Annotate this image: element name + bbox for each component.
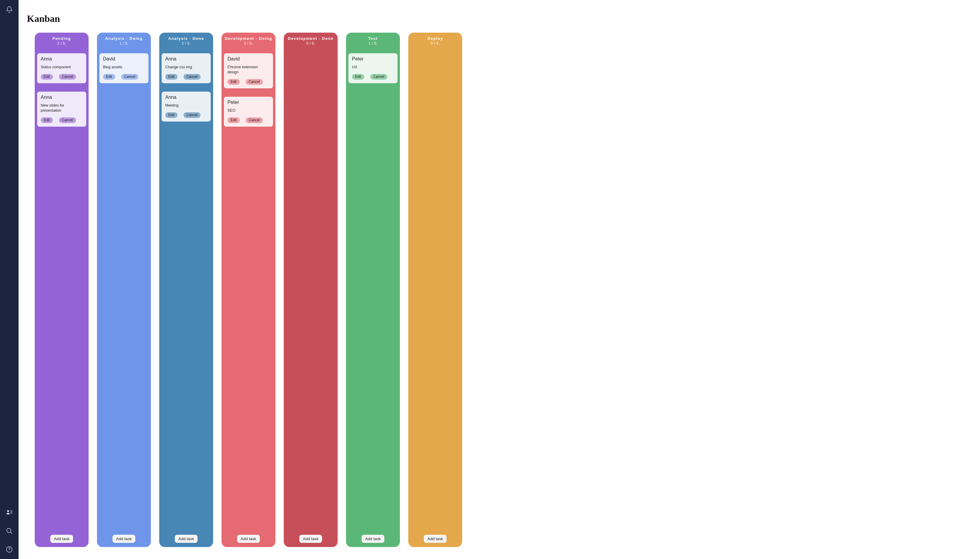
column-title: Analysis - Doing	[99, 36, 148, 41]
edit-button[interactable]: Edit	[165, 112, 178, 118]
card-actions: EditCancel	[352, 74, 394, 79]
column-header: Development - Doing2 / 5;	[224, 36, 273, 46]
column-header: Analysis - Doing1 / 5;	[99, 36, 148, 46]
task-card[interactable]: AnnaChange css imgEditCancel	[162, 53, 211, 83]
cancel-button[interactable]: Cancel	[246, 117, 263, 123]
add-task-button[interactable]: Add task	[175, 535, 198, 543]
edit-button[interactable]: Edit	[228, 79, 240, 85]
cancel-button[interactable]: Cancel	[59, 117, 76, 123]
column-analysis-done: Analysis - Done2 / 5;AnnaChange css imgE…	[159, 33, 213, 547]
column-title: Pending	[37, 36, 86, 41]
column-title: Test	[348, 36, 398, 41]
sidebar	[0, 0, 18, 559]
column-count: 2 / 5;	[37, 41, 86, 46]
bell-icon[interactable]	[6, 6, 13, 13]
cancel-button[interactable]: Cancel	[183, 74, 201, 79]
column-count: 2 / 5;	[224, 41, 273, 46]
cards-container: PeterUXEditCancel	[348, 53, 398, 531]
task-card[interactable]: AnnaNew slides for presentationEditCance…	[37, 92, 86, 127]
column-count: 0 / 5;	[286, 41, 335, 46]
task-card[interactable]: PeterSEOEditCancel	[224, 97, 273, 127]
add-task-row: Add task	[348, 535, 398, 543]
column-count: 0 / 5;	[411, 41, 460, 46]
column-dev-doing: Development - Doing2 / 5;DavidChrome ext…	[221, 33, 276, 547]
card-user: David	[228, 56, 269, 62]
add-task-row: Add task	[37, 535, 86, 543]
column-header: Analysis - Done2 / 5;	[162, 36, 211, 46]
column-count: 1 / 5;	[348, 41, 398, 46]
add-task-button[interactable]: Add task	[299, 535, 322, 543]
cards-container: DavidBlog assetsEditCancel	[99, 53, 148, 531]
add-task-button[interactable]: Add task	[424, 535, 447, 543]
column-count: 1 / 5;	[99, 41, 148, 46]
kanban-board: Pending2 / 5;AnnaStatus componentEditCan…	[27, 33, 974, 550]
task-card[interactable]: DavidChrome extension designEditCancel	[224, 53, 273, 88]
person-list-icon[interactable]	[6, 509, 13, 516]
task-card[interactable]: PeterUXEditCancel	[348, 53, 398, 83]
edit-button[interactable]: Edit	[103, 74, 115, 79]
column-deploy: Deploy0 / 5;Add task	[408, 33, 462, 547]
card-description: UX	[352, 64, 394, 70]
cards-container: AnnaChange css imgEditCancelAnnaMeetingE…	[162, 53, 211, 531]
svg-point-0	[7, 510, 9, 512]
card-actions: EditCancel	[228, 117, 269, 123]
add-task-button[interactable]: Add task	[361, 535, 384, 543]
add-task-row: Add task	[224, 535, 273, 543]
column-header: Test1 / 5;	[348, 36, 398, 46]
card-actions: EditCancel	[165, 112, 207, 118]
column-header: Development - Done0 / 5;	[286, 36, 335, 46]
column-header: Pending2 / 5;	[37, 36, 86, 46]
card-user: Anna	[165, 56, 207, 62]
cancel-button[interactable]: Cancel	[121, 74, 138, 79]
card-description: SEO	[228, 108, 269, 113]
column-title: Deploy	[411, 36, 460, 41]
card-actions: EditCancel	[41, 117, 82, 123]
sidebar-bottom	[6, 509, 13, 553]
help-icon[interactable]	[6, 546, 13, 553]
edit-button[interactable]: Edit	[41, 117, 53, 123]
main: Kanban Pending2 / 5;AnnaStatus component…	[18, 0, 980, 559]
card-user: Anna	[41, 56, 82, 62]
cancel-button[interactable]: Cancel	[246, 79, 263, 85]
svg-point-4	[7, 528, 11, 533]
edit-button[interactable]: Edit	[352, 74, 364, 79]
task-card[interactable]: AnnaStatus componentEditCancel	[37, 53, 86, 83]
cancel-button[interactable]: Cancel	[183, 112, 201, 118]
edit-button[interactable]: Edit	[228, 117, 240, 123]
cards-container: AnnaStatus componentEditCancelAnnaNew sl…	[37, 53, 86, 531]
card-actions: EditCancel	[165, 74, 207, 79]
card-user: Peter	[228, 100, 269, 105]
add-task-row: Add task	[286, 535, 335, 543]
cancel-button[interactable]: Cancel	[59, 74, 76, 79]
column-header: Deploy0 / 5;	[411, 36, 460, 46]
page-title: Kanban	[27, 13, 974, 24]
edit-button[interactable]: Edit	[41, 74, 53, 79]
task-card[interactable]: AnnaMeetingEditCancel	[162, 92, 211, 122]
column-title: Development - Done	[286, 36, 335, 41]
search-icon[interactable]	[6, 527, 13, 534]
column-title: Analysis - Done	[162, 36, 211, 41]
svg-point-7	[9, 551, 10, 551]
cancel-button[interactable]: Cancel	[370, 74, 387, 79]
add-task-button[interactable]: Add task	[50, 535, 73, 543]
card-actions: EditCancel	[228, 79, 269, 85]
card-description: New slides for presentation	[41, 103, 82, 113]
add-task-button[interactable]: Add task	[237, 535, 260, 543]
column-analysis-doing: Analysis - Doing1 / 5;DavidBlog assetsEd…	[97, 33, 151, 547]
edit-button[interactable]: Edit	[165, 74, 178, 79]
column-dev-done: Development - Done0 / 5;Add task	[284, 33, 338, 547]
task-card[interactable]: DavidBlog assetsEditCancel	[99, 53, 148, 83]
add-task-row: Add task	[411, 535, 460, 543]
column-count: 2 / 5;	[162, 41, 211, 46]
cards-container	[411, 53, 460, 531]
add-task-button[interactable]: Add task	[112, 535, 135, 543]
card-description: Change css img	[165, 64, 207, 70]
column-test: Test1 / 5;PeterUXEditCancelAdd task	[346, 33, 400, 547]
cards-container: DavidChrome extension designEditCancelPe…	[224, 53, 273, 531]
card-description: Status component	[41, 64, 82, 70]
card-description: Meeting	[165, 103, 207, 108]
card-description: Chrome extension design	[228, 64, 269, 75]
card-actions: EditCancel	[103, 74, 145, 79]
card-user: Anna	[165, 94, 207, 100]
card-description: Blog assets	[103, 64, 145, 70]
